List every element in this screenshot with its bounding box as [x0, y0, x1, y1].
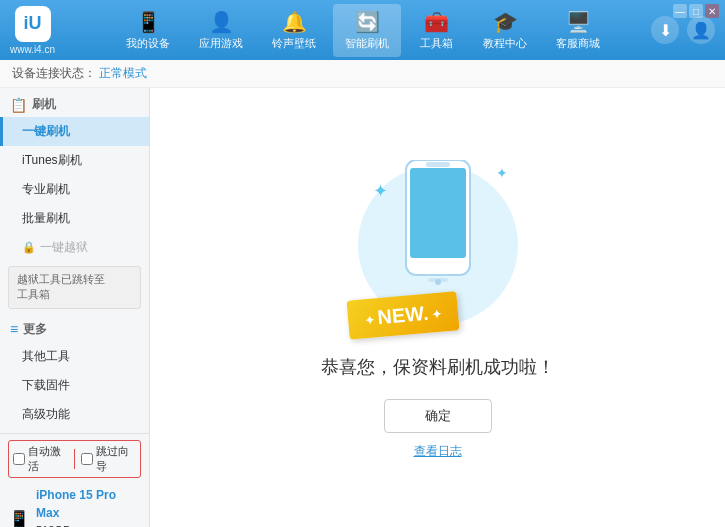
maximize-button[interactable]: □	[689, 4, 703, 18]
auto-activate-label[interactable]: 自动激活	[13, 444, 68, 474]
ringtone-icon: 🔔	[282, 10, 307, 34]
checkbox-divider	[74, 449, 75, 469]
device-storage: 512GB	[36, 522, 141, 527]
disabled-notice: 越狱工具已跳转至工具箱	[8, 266, 141, 309]
nav-toolbox[interactable]: 🧰 工具箱	[406, 4, 466, 57]
device-details: iPhone 15 Pro Max 512GB iPhone	[36, 486, 141, 527]
nav-tutorial-label: 教程中心	[483, 36, 527, 51]
nav-toolbox-label: 工具箱	[420, 36, 453, 51]
nav-service-label: 客服商城	[556, 36, 600, 51]
main-nav: 📱 我的设备 👤 应用游戏 🔔 铃声壁纸 🔄 智能刷机 🧰 工具箱 🎓	[75, 4, 651, 57]
illustration: ✦ ✦ NEW.	[358, 155, 518, 335]
breadcrumb-prefix: 设备连接状态：	[12, 66, 96, 80]
device-bottom: 自动激活 跳过向导 📱 iPhone 15 Pro Max 512GB iPho…	[0, 433, 149, 527]
flash-section-icon: 📋	[10, 97, 27, 113]
close-button[interactable]: ✕	[705, 4, 719, 18]
download-button[interactable]: ⬇	[651, 16, 679, 44]
nav-apps-games-label: 应用游戏	[199, 36, 243, 51]
nav-apps-games[interactable]: 👤 应用游戏	[187, 4, 255, 57]
device-name: iPhone 15 Pro Max	[36, 486, 141, 522]
new-badge: NEW.	[346, 291, 459, 339]
nav-my-device[interactable]: 📱 我的设备	[114, 4, 182, 57]
auto-activate-checkbox[interactable]	[13, 453, 25, 465]
nav-smart-flash-label: 智能刷机	[345, 36, 389, 51]
nav-my-device-label: 我的设备	[126, 36, 170, 51]
content-area: ✦ ✦ NEW. 恭喜您，保资料刷机成功啦！ 确定 查看日志	[150, 88, 725, 527]
smart-flash-icon: 🔄	[355, 10, 380, 34]
lock-icon: 🔒	[22, 241, 36, 254]
svg-point-4	[435, 279, 441, 285]
guide-checkbox[interactable]	[81, 453, 93, 465]
auto-activate-row: 自动激活 跳过向导	[8, 440, 141, 478]
account-button[interactable]: 👤	[687, 16, 715, 44]
header: iU www.i4.cn 📱 我的设备 👤 应用游戏 🔔 铃声壁纸 🔄 智能刷机	[0, 0, 725, 60]
tutorial-icon: 🎓	[493, 10, 518, 34]
my-device-icon: 📱	[136, 10, 161, 34]
sidebar: 📋 刷机 一键刷机 iTunes刷机 专业刷机 批量刷机 🔒 一键越狱 越狱工具…	[0, 88, 150, 527]
sparkle-tr-icon: ✦	[496, 165, 508, 181]
nav-smart-flash[interactable]: 🔄 智能刷机	[333, 4, 401, 57]
logo-subtitle: www.i4.cn	[10, 44, 55, 55]
logo-icon: iU	[15, 6, 51, 42]
guide-label[interactable]: 跳过向导	[81, 444, 136, 474]
breadcrumb-status: 正常模式	[99, 66, 147, 80]
nav-ringtone[interactable]: 🔔 铃声壁纸	[260, 4, 328, 57]
toolbox-icon: 🧰	[424, 10, 449, 34]
main-container: 📋 刷机 一键刷机 iTunes刷机 专业刷机 批量刷机 🔒 一键越狱 越狱工具…	[0, 88, 725, 527]
sidebar-item-download-firmware[interactable]: 下载固件	[0, 371, 149, 400]
flash-section-header: 📋 刷机	[0, 88, 149, 117]
nav-tutorial[interactable]: 🎓 教程中心	[471, 4, 539, 57]
sidebar-item-one-key-flash[interactable]: 一键刷机	[0, 117, 149, 146]
jailbreak-disabled: 🔒 一键越狱	[0, 233, 149, 262]
sparkle-tl-icon: ✦	[373, 180, 388, 202]
breadcrumb: 设备连接状态： 正常模式	[0, 60, 725, 88]
phone-illustration: ✦ ✦ NEW.	[358, 155, 518, 335]
svg-rect-2	[426, 162, 450, 167]
apps-games-icon: 👤	[209, 10, 234, 34]
header-right: ⬇ 👤	[651, 16, 715, 44]
phone-small-icon: 📱	[8, 509, 30, 527]
window-controls: — □ ✕	[673, 4, 719, 18]
sidebar-item-batch-flash[interactable]: 批量刷机	[0, 204, 149, 233]
nav-ringtone-label: 铃声壁纸	[272, 36, 316, 51]
log-link[interactable]: 查看日志	[414, 443, 462, 460]
sidebar-item-advanced[interactable]: 高级功能	[0, 400, 149, 429]
minimize-button[interactable]: —	[673, 4, 687, 18]
sidebar-item-itunes-flash[interactable]: iTunes刷机	[0, 146, 149, 175]
service-icon: 🖥️	[566, 10, 591, 34]
sidebar-item-pro-flash[interactable]: 专业刷机	[0, 175, 149, 204]
more-section-header: ≡ 更多	[0, 313, 149, 342]
nav-service[interactable]: 🖥️ 客服商城	[544, 4, 612, 57]
success-text: 恭喜您，保资料刷机成功啦！	[321, 355, 555, 379]
logo: iU www.i4.cn	[10, 6, 55, 55]
device-info-row: 📱 iPhone 15 Pro Max 512GB iPhone	[8, 482, 141, 527]
sidebar-item-other-tools[interactable]: 其他工具	[0, 342, 149, 371]
svg-rect-1	[410, 168, 466, 258]
more-section-icon: ≡	[10, 321, 18, 337]
confirm-button[interactable]: 确定	[384, 399, 492, 433]
phone-svg	[398, 160, 478, 310]
